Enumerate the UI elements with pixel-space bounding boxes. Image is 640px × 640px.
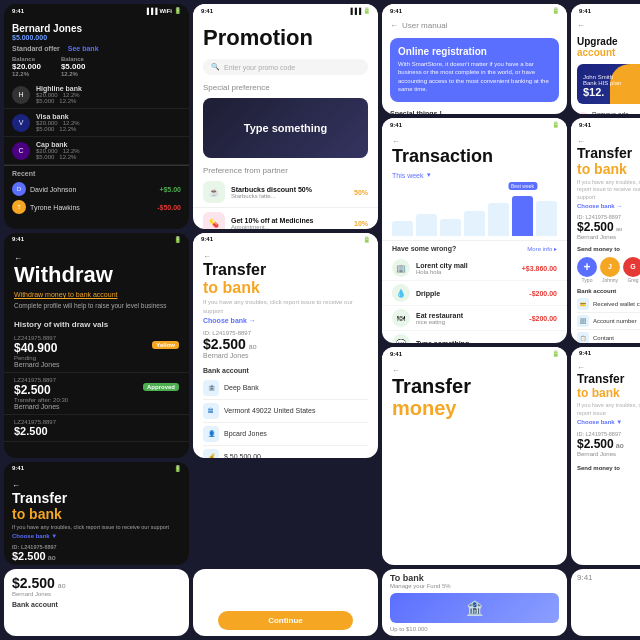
main-grid: 9:41 ▐▐▐WiFi🔋 Bernard Jones $5.000.000 S… [0, 0, 640, 640]
tr-amount-section: ID: L241975-8897 $2.500 ao Bernard Jones [571, 211, 640, 243]
wrong-label: Have some wrong? [392, 245, 456, 252]
avatar-1[interactable]: J [600, 257, 620, 277]
card-transaction: 9:41🔋 ← Transaction This week ▾ Best wee… [382, 118, 567, 343]
standard-offer: Standard offer See bank [12, 45, 181, 52]
time-promo: 9:41 [201, 8, 213, 14]
recent-label: Recent [12, 170, 181, 177]
upgrade-card-visual: John Smith Bank HIS plan $12. [577, 64, 640, 104]
transfer-header: ← Transfer to bank If you have any troub… [193, 246, 378, 326]
tr-bank-name-2: Contant [593, 335, 614, 341]
bank-illustration: 🏦 [466, 600, 483, 616]
ts-amount-section: ID: L241975-8897 $2.500 ao [4, 541, 189, 565]
ts-amount: $2.500 [12, 550, 46, 562]
tr-choose[interactable]: Choose bank → [577, 203, 640, 209]
bl-label: Bernard Jones [12, 591, 181, 597]
transaction-item-1[interactable]: 💧 Dripple -$200.00 [382, 281, 567, 306]
ub-back[interactable]: ← [577, 363, 640, 372]
feature-0[interactable]: 🗑 Remove ads Ads $5.00 [571, 108, 640, 114]
continue-btn[interactable]: Continue [218, 611, 353, 630]
promo-title: Promotion [193, 17, 378, 55]
cap-icon: C [12, 142, 30, 160]
tr-bank-0[interactable]: 💳 Received wallet code [577, 296, 640, 313]
ub-title2: to bank [577, 386, 640, 400]
manual-banner: Online registration With SmartStore, it … [390, 38, 559, 102]
ts-back[interactable]: ← [12, 481, 181, 490]
withdraw-amount-2: $2.500 [14, 425, 179, 437]
promo-partner-title: Preference from partner [193, 162, 378, 177]
ts-choose[interactable]: Choose bank ▼ [12, 533, 181, 539]
card-withdraw: 9:41🔋 ← Withdraw Withdraw money to bank … [4, 233, 189, 458]
medicine-name: Get 10% off at Medicines [231, 217, 313, 224]
card-bottom-left: $2.500 ao Bernard Jones Bank account [4, 569, 189, 636]
starbucks-sub: Starbucks latte... [231, 193, 312, 199]
manual-title: User manual [402, 21, 447, 30]
time: 9:41 [12, 8, 24, 14]
tr-bank-2[interactable]: 📋 Contant [577, 330, 640, 344]
transaction-item-3[interactable]: 💬 Type something [382, 331, 567, 343]
tr-bank-name-0: Received wallet code [593, 301, 640, 307]
withdraw-item-1: LZ241975.8897 $2.500 Approved Transfer a… [4, 373, 189, 415]
transaction-back[interactable]: ← [392, 137, 557, 146]
upgrade-back-btn[interactable]: ← [571, 17, 640, 34]
ub-choose[interactable]: Choose bank ▼ [577, 419, 640, 425]
bank-item-2[interactable]: 👤 Bpcard Jones [203, 423, 368, 446]
chart-bar-0 [392, 221, 413, 236]
starbucks-icon: ☕ [203, 181, 225, 203]
ts-currency: ao [48, 554, 56, 561]
tm-back[interactable]: ← [392, 366, 557, 375]
feature-icon-0: 🗑 [577, 112, 589, 115]
medicine-icon: 💊 [203, 212, 225, 229]
manual-special: Special things ! [382, 106, 567, 115]
transaction-icon-3: 💬 [392, 334, 410, 343]
transaction-item-2[interactable]: 🍽 Eat restaurant nice eating -$200.00 [382, 306, 567, 331]
transaction-sub-0: Hola hola [416, 269, 468, 275]
promo-placeholder: Enter your promo code [224, 64, 295, 71]
partner-starbucks[interactable]: ☕ Starbucks discount 50% Starbucks latte… [193, 177, 378, 208]
withdraw-item-0: LZ241975.8897 $40.900 Yellow Pending Ber… [4, 331, 189, 373]
add-avatar[interactable]: + [577, 257, 597, 277]
promo-search[interactable]: 🔍 Enter your promo code [203, 59, 368, 75]
withdraw-history-label: History of with draw vals [4, 314, 189, 331]
chart-bar-3 [464, 211, 485, 237]
status-bar-tr: 9:41🔋 [571, 118, 640, 131]
account-highline[interactable]: H Highline bank $20.000 12.2% $5.000 12.… [4, 81, 189, 109]
withdraw-item-2: LZ241975.8897 $2.500 [4, 415, 189, 442]
avatar-label-1: Johnny [600, 277, 620, 283]
bank-item-1[interactable]: 🏛 Vermont 49022 United States [203, 400, 368, 423]
balance-link[interactable]: $5.000.000 [12, 34, 181, 41]
see-bank-link[interactable]: See bank [68, 45, 99, 52]
ub-sub: If you have any troubles, click report i… [577, 402, 640, 416]
tr-bank-1[interactable]: 🔢 Account number [577, 313, 640, 330]
bank-item-3[interactable]: 💰 $ 50.500.00 [203, 446, 368, 458]
tr-title: Transfer to bank [577, 146, 640, 177]
card-amount: $12. [583, 86, 621, 98]
transaction-icon-2: 🍽 [392, 309, 410, 327]
ub-amount-area: ID: L241975-8897 $2.500 ao Bernard Jones [577, 431, 640, 457]
transaction-icon-1: 💧 [392, 284, 410, 302]
manual-banner-sub: With SmartStore, it doesn't matter if yo… [398, 60, 551, 94]
chart-tooltip: Best week [508, 182, 537, 190]
partner-medicine[interactable]: 💊 Get 10% off at Medicines Appointment..… [193, 208, 378, 229]
transaction-period[interactable]: This week ▾ [382, 169, 567, 181]
account-cap[interactable]: C Cap bank $20.000 12.2% $5.000 12.2% [4, 137, 189, 165]
avatar-label-2: Greg [623, 277, 640, 283]
bank-item-0[interactable]: 🏦 Deep Bank [203, 377, 368, 400]
transfer-choose[interactable]: Choose bank → [203, 317, 368, 324]
more-info-btn[interactable]: More info ▸ [527, 245, 557, 252]
manual-banner-title: Online registration [398, 46, 551, 57]
tr-bank-icon-2: 📋 [577, 332, 589, 344]
withdraw-status-1: Approved [143, 383, 179, 391]
back-icon[interactable]: ← [390, 21, 398, 30]
feature-name-0: Remove ads [592, 111, 629, 114]
account-visa[interactable]: V Visa bank $20.000 12.2% $5.000 12.2% [4, 109, 189, 137]
tr-name: Bernard Jones [577, 234, 640, 240]
withdraw-link[interactable]: Withdraw money to bank account [14, 291, 179, 298]
transfer-back[interactable]: ← [203, 252, 368, 261]
bank-icon-2: 👤 [203, 426, 219, 442]
avatar-2[interactable]: G [623, 257, 640, 277]
card-bottom-mid2: To bank Manage your Fund 5% 🏦 Up to $10.… [382, 569, 567, 636]
ub-title: Transfer [577, 372, 640, 386]
chart-bar-4 [488, 203, 509, 236]
card-manual: 9:41 🔋 ← User manual Online registration… [382, 4, 567, 114]
transaction-item-0[interactable]: 🏢 Lorent city mall Hola hola +$3.860.00 [382, 256, 567, 281]
